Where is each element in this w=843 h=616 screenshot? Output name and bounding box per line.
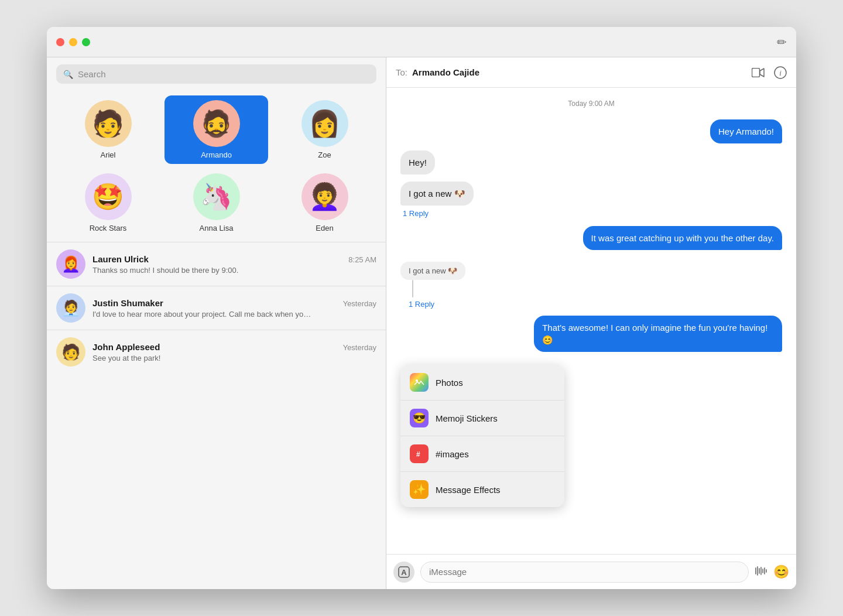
conversation-item-john[interactable]: 🧑 John Appleseed Yesterday See you at th… (47, 330, 386, 374)
close-button[interactable] (56, 38, 64, 46)
message-input-bar: A 😊 (386, 554, 796, 589)
popup-label-photos: Photos (436, 378, 463, 388)
chat-timestamp: Today 9:00 AM (400, 100, 782, 108)
search-bar[interactable]: 🔍 Search (56, 64, 376, 84)
svg-rect-13 (762, 569, 763, 573)
pinned-item-ariel[interactable]: 🧑 Ariel (56, 95, 160, 164)
pinned-name-annalisa: Anna Lisa (200, 224, 234, 232)
svg-text:#: # (416, 450, 420, 458)
svg-text:A: A (401, 568, 407, 577)
conv-header-john: John Appleseed Yesterday (92, 342, 376, 352)
svg-rect-9 (755, 567, 756, 574)
chat-recipient: Armando Cajide (412, 67, 747, 77)
memoji-icon: 😎 (410, 409, 429, 427)
pinned-name-eden: Eden (316, 224, 333, 232)
avatar-ariel: 🧑 (85, 100, 132, 147)
pinned-item-annalisa[interactable]: 🦄 Anna Lisa (165, 169, 268, 237)
avatar-john: 🧑 (56, 337, 85, 367)
conv-time-justin: Yesterday (343, 299, 376, 308)
popup-item-images[interactable]: # #images (400, 436, 564, 472)
svg-rect-10 (757, 566, 758, 576)
popup-item-memoji[interactable]: 😎 Memoji Stickers (400, 401, 564, 436)
conversation-item-justin[interactable]: 🧑‍💼 Justin Shumaker Yesterday I'd love t… (47, 286, 386, 330)
chat-panel: To: Armando Cajide i (386, 57, 796, 589)
conv-info-justin: Justin Shumaker Yesterday I'd love to he… (92, 298, 376, 319)
audio-button[interactable] (755, 564, 767, 580)
thread-container: I got a new 🐶 1 Reply (400, 262, 782, 309)
pinned-name-rockstars: Rock Stars (90, 224, 127, 232)
popup-label-images: #images (436, 449, 469, 459)
svg-rect-15 (766, 569, 767, 573)
conv-preview-justin: I'd love to hear more about your project… (92, 310, 315, 319)
thread-quote-text: I got a new 🐶 (409, 266, 457, 275)
messages-area: Today 9:00 AM Hey Armando! Hey! I got a … (386, 88, 796, 554)
svg-rect-12 (760, 567, 762, 575)
conversation-list: 👩‍🦰 Lauren Ulrick 8:25 AM Thanks so much… (47, 242, 386, 589)
search-placeholder: Search (78, 69, 106, 79)
svg-rect-0 (752, 68, 760, 77)
avatar-annalisa: 🦄 (193, 173, 240, 220)
svg-point-4 (416, 379, 418, 382)
info-button[interactable]: i (774, 66, 787, 79)
svg-rect-14 (764, 567, 765, 574)
effects-icon: ✨ (410, 480, 429, 499)
popup-label-effects: Message Effects (436, 485, 501, 495)
message-bubble-1: Hey Armando! (710, 119, 782, 143)
thread-quote: I got a new 🐶 (400, 262, 465, 280)
conv-header-justin: Justin Shumaker Yesterday (92, 298, 376, 308)
popup-item-effects[interactable]: ✨ Message Effects (400, 472, 564, 507)
message-row-6: That's awesome! I can only imagine the f… (400, 316, 782, 352)
message-bubble-4: It was great catching up with you the ot… (583, 226, 782, 250)
svg-rect-11 (759, 568, 760, 574)
emoji-button[interactable]: 😊 (773, 564, 789, 580)
message-bubble-2: Hey! (400, 150, 435, 174)
reply-link-2[interactable]: 1 Reply (409, 300, 434, 309)
conv-info-lauren: Lauren Ulrick 8:25 AM Thanks so much! I … (92, 254, 376, 275)
pinned-name-ariel: Ariel (100, 150, 115, 159)
conv-name-john: John Appleseed (92, 342, 160, 352)
maximize-button[interactable] (82, 38, 90, 46)
conv-time-john: Yesterday (343, 343, 376, 352)
images-icon: # (410, 444, 429, 463)
title-bar: ✏ (47, 27, 796, 57)
avatar-justin: 🧑‍💼 (56, 293, 85, 323)
pinned-name-zoe: Zoe (318, 150, 331, 159)
svg-point-3 (414, 377, 424, 388)
conv-header-lauren: Lauren Ulrick 8:25 AM (92, 254, 376, 264)
avatar-eden: 👩‍🦱 (301, 173, 348, 220)
pinned-item-eden[interactable]: 👩‍🦱 Eden (273, 169, 376, 237)
message-input[interactable] (420, 562, 749, 583)
conversation-item-lauren[interactable]: 👩‍🦰 Lauren Ulrick 8:25 AM Thanks so much… (47, 242, 386, 286)
compose-button[interactable]: ✏ (777, 35, 787, 49)
message-bubble-3: I got a new 🐶 (400, 182, 474, 206)
avatar-rockstars: 🤩 (85, 173, 132, 220)
chat-to-label: To: (396, 67, 407, 77)
video-call-button[interactable] (752, 66, 765, 79)
chat-header: To: Armando Cajide i (386, 57, 796, 88)
chat-header-icons: i (752, 66, 787, 79)
avatar-zoe: 👩 (301, 100, 348, 147)
sidebar: 🔍 Search 🧑 Ariel 🧔 Armando (47, 57, 386, 589)
message-row-2: Hey! (400, 150, 782, 174)
pinned-item-zoe[interactable]: 👩 Zoe (273, 95, 376, 164)
message-bubble-6: That's awesome! I can only imagine the f… (534, 316, 782, 352)
message-row-4: It was great catching up with you the ot… (400, 226, 782, 250)
popup-menu: Photos 😎 Memoji Stickers # #images ✨ (400, 365, 564, 507)
conv-name-justin: Justin Shumaker (92, 298, 163, 308)
minimize-button[interactable] (69, 38, 77, 46)
thread-line (412, 280, 413, 297)
message-row-1: Hey Armando! (400, 119, 782, 143)
traffic-lights (56, 38, 90, 46)
pinned-contacts-grid: 🧑 Ariel 🧔 Armando 👩 Zoe (47, 91, 386, 242)
messages-window: ✏ 🔍 Search 🧑 Ariel (47, 27, 796, 589)
main-content: 🔍 Search 🧑 Ariel 🧔 Armando (47, 57, 796, 589)
photos-icon (410, 373, 429, 392)
conv-name-lauren: Lauren Ulrick (92, 254, 149, 264)
reply-link-1[interactable]: 1 Reply (400, 208, 431, 219)
app-store-button[interactable]: A (393, 562, 414, 583)
popup-item-photos[interactable]: Photos (400, 365, 564, 401)
conv-preview-john: See you at the park! (92, 354, 315, 362)
pinned-item-rockstars[interactable]: 🤩 Rock Stars (56, 169, 160, 237)
pinned-item-armando[interactable]: 🧔 Armando (165, 95, 268, 164)
conv-info-john: John Appleseed Yesterday See you at the … (92, 342, 376, 362)
